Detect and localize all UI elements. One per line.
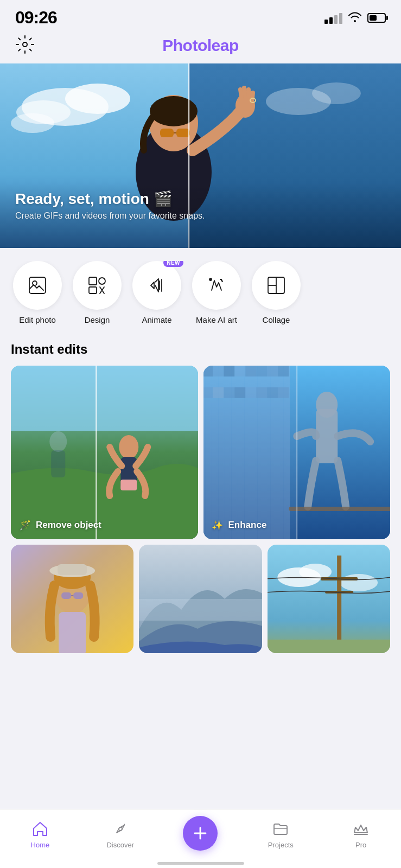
svg-rect-86: [139, 599, 262, 621]
card-landscape[interactable]: [139, 545, 262, 653]
instant-edits-bottom-grid: [11, 545, 390, 653]
nav-label-home: Home: [31, 841, 50, 849]
svg-rect-57: [213, 366, 224, 376]
svg-rect-79: [61, 592, 71, 599]
svg-rect-25: [89, 277, 97, 285]
svg-rect-56: [203, 366, 213, 376]
svg-rect-63: [278, 366, 289, 376]
battery-icon: [367, 13, 386, 23]
svg-rect-67: [234, 387, 245, 398]
add-button[interactable]: [183, 816, 218, 851]
tool-circle-design: [73, 261, 122, 310]
instant-edits-grid: 🪄 Remove object: [11, 366, 390, 539]
tools-scroll: Edit photo Design NEW: [0, 261, 401, 324]
app-title: Photoleap: [162, 36, 239, 55]
svg-rect-64: [203, 387, 213, 398]
svg-point-73: [316, 392, 338, 418]
svg-rect-83: [58, 564, 87, 575]
sparkles-icon: ✨: [211, 519, 224, 532]
status-time: 09:26: [15, 8, 57, 28]
tool-circle-animate: NEW: [132, 261, 181, 310]
tool-circle-collage: [252, 261, 301, 310]
nav-label-discover: Discover: [106, 841, 134, 849]
instant-edits-section: Instant edits: [0, 333, 401, 653]
svg-rect-70: [267, 387, 278, 398]
svg-rect-60: [245, 366, 256, 376]
card-nature[interactable]: [268, 545, 390, 653]
svg-rect-74: [289, 507, 390, 511]
svg-rect-23: [29, 277, 46, 293]
settings-button[interactable]: [15, 35, 35, 56]
hero-banner[interactable]: Ready, set, motion 🎬 Create GIFs and vid…: [0, 63, 401, 248]
svg-rect-69: [256, 387, 267, 398]
nav-item-home[interactable]: Home: [0, 820, 80, 849]
home-icon: [31, 820, 49, 838]
svg-point-4: [65, 84, 130, 114]
card-label-enhance: ✨ Enhance: [211, 519, 267, 532]
svg-rect-58: [224, 366, 234, 376]
tool-circle-ai-art: [192, 261, 241, 310]
tool-animate[interactable]: NEW Animate: [132, 261, 181, 324]
svg-point-38: [49, 431, 67, 452]
nav-label-projects: Projects: [268, 841, 294, 849]
svg-rect-62: [267, 366, 278, 376]
svg-point-90: [340, 574, 378, 591]
svg-rect-11: [160, 129, 174, 137]
svg-rect-65: [213, 387, 224, 398]
nav-item-discover[interactable]: Discover: [80, 820, 161, 849]
svg-line-17: [244, 88, 245, 95]
svg-point-0: [23, 42, 27, 47]
card-portrait[interactable]: [11, 545, 133, 653]
svg-point-14: [150, 96, 198, 126]
new-badge: NEW: [163, 261, 183, 267]
hero-title: Ready, set, motion 🎬: [15, 190, 205, 208]
signal-icon: [324, 12, 342, 24]
eraser-icon: 🪄: [18, 519, 31, 532]
svg-line-18: [249, 90, 249, 96]
nav-item-pro[interactable]: Pro: [321, 820, 401, 849]
svg-point-28: [209, 278, 212, 280]
card-remove-object[interactable]: 🪄 Remove object: [11, 366, 198, 539]
wifi-icon: [348, 11, 362, 24]
tool-ai-art[interactable]: Make AI art: [192, 261, 241, 324]
status-icons: [324, 11, 386, 24]
card-label-remove-object: 🪄 Remove object: [18, 519, 101, 532]
folder-icon: [272, 820, 289, 838]
status-bar: 09:26: [0, 0, 401, 32]
tool-label-ai-art: Make AI art: [196, 315, 237, 324]
instant-edits-title: Instant edits: [11, 342, 390, 357]
svg-rect-39: [51, 450, 65, 477]
svg-point-8: [312, 82, 361, 104]
svg-point-6: [11, 113, 54, 133]
svg-rect-71: [278, 387, 289, 398]
tools-section: Edit photo Design NEW: [0, 248, 401, 333]
tool-label-collage: Collage: [263, 315, 290, 324]
tool-design[interactable]: Design: [73, 261, 122, 324]
svg-point-34: [119, 435, 138, 459]
svg-rect-61: [256, 366, 267, 376]
card-enhance[interactable]: ✨ Enhance: [203, 366, 391, 539]
svg-rect-68: [245, 387, 256, 398]
app-header: Photoleap: [0, 32, 401, 63]
tool-label-edit-photo: Edit photo: [19, 315, 56, 324]
svg-rect-33: [11, 366, 198, 431]
tool-circle-edit-photo: [13, 261, 62, 310]
svg-rect-66: [224, 387, 234, 398]
hero-subtitle: Create GIFs and videos from your favorit…: [15, 211, 205, 221]
svg-line-16: [240, 90, 241, 96]
nav-item-add[interactable]: [161, 816, 241, 853]
home-indicator: [157, 862, 244, 865]
bottom-navigation: Home Discover Proj: [0, 809, 401, 868]
svg-point-26: [99, 278, 105, 284]
svg-rect-80: [73, 592, 83, 599]
svg-rect-94: [268, 640, 390, 653]
tool-collage[interactable]: Collage: [252, 261, 301, 324]
nav-item-projects[interactable]: Projects: [240, 820, 321, 849]
svg-rect-91: [337, 556, 341, 653]
tool-label-design: Design: [85, 315, 110, 324]
svg-rect-59: [234, 366, 245, 376]
tool-edit-photo[interactable]: Edit photo: [13, 261, 62, 324]
svg-rect-87: [268, 545, 390, 653]
svg-rect-12: [176, 129, 190, 137]
nav-label-pro: Pro: [355, 841, 366, 849]
